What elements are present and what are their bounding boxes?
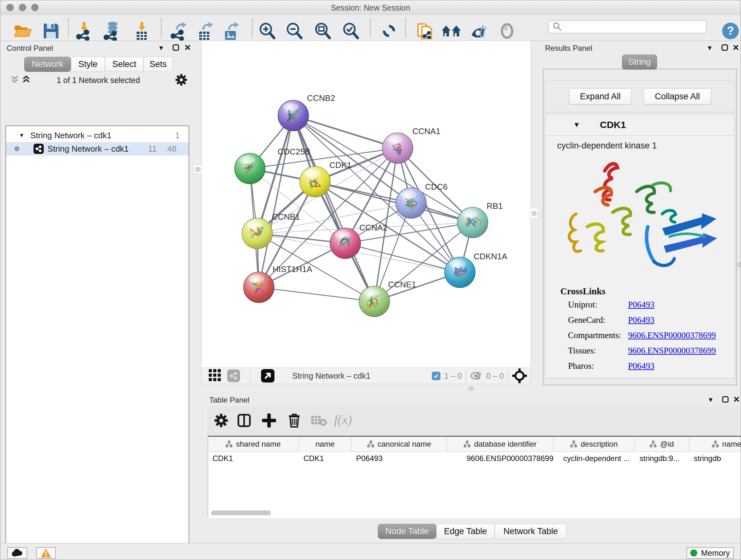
function-builder-button-disabled[interactable]: f(x) (334, 412, 352, 427)
results-panel-menu-icon[interactable]: ▼ (706, 44, 713, 52)
column-header[interactable]: database identifier (448, 437, 554, 451)
memory-status-icon (690, 550, 697, 557)
entry-header-row[interactable]: ▼ CDK1 (545, 114, 735, 136)
tab-select[interactable]: Select (105, 57, 144, 72)
horizontal-splitter-handle[interactable] (468, 387, 474, 391)
entry-collapse-icon[interactable]: ▼ (573, 121, 580, 129)
table-hscrollbar-thumb[interactable] (211, 510, 271, 515)
crosslink-value[interactable]: P06493 (628, 315, 735, 325)
refresh-button[interactable] (379, 20, 400, 42)
collapse-all-button[interactable]: Collapse All (643, 88, 711, 105)
selected-checkbox-icon[interactable] (432, 372, 441, 380)
zoom-in-button[interactable] (257, 20, 278, 42)
import-network-database-button[interactable] (102, 20, 123, 42)
table-panel-close-icon[interactable]: ✕ (733, 396, 740, 402)
network-edge[interactable] (315, 182, 473, 223)
network-edge[interactable] (259, 116, 293, 287)
zoom-out-button[interactable] (284, 20, 305, 42)
crosslink-label: GeneCard: (568, 315, 628, 325)
results-panel-close-icon[interactable]: ✕ (732, 44, 739, 51)
tab-node-table[interactable]: Node Table (378, 524, 436, 539)
network-node[interactable]: CDK1 (300, 160, 351, 197)
control-panel-close-icon[interactable]: ✕ (184, 44, 191, 51)
crosslink-label: Compartments: (568, 330, 628, 340)
table-panel-menu-icon[interactable]: ▼ (708, 396, 714, 403)
network-node[interactable]: HIST1H1A (244, 264, 313, 303)
zoom-fit-button[interactable] (312, 20, 333, 42)
table-row[interactable]: CDK1 CDK1 P06493 9606.ENSP00000378699 cy… (208, 452, 741, 465)
column-header[interactable]: namespace (689, 437, 741, 451)
column-header[interactable]: canonical name (352, 437, 448, 451)
show-columns-button[interactable] (237, 414, 251, 429)
columns-icon (237, 414, 251, 428)
import-network-file-button[interactable] (73, 20, 94, 42)
warning-triangle-icon (41, 548, 51, 558)
network-edge[interactable] (259, 287, 374, 301)
crosslink-value[interactable]: 9606.ENSP00000378699 (628, 346, 735, 356)
detach-view-button[interactable] (261, 369, 274, 382)
column-header[interactable]: shared name (208, 437, 299, 451)
export-network-button[interactable] (168, 20, 189, 42)
tab-string[interactable]: String (622, 55, 657, 70)
search-input[interactable] (562, 22, 706, 32)
crosslink-value[interactable]: 9606.ENSP00000378699 (628, 330, 735, 340)
table-panel-float-icon[interactable] (722, 396, 729, 402)
delete-column-button[interactable] (287, 413, 301, 429)
memory-button[interactable]: Memory (686, 547, 734, 559)
status-bar: Memory (0, 543, 741, 560)
canvas-results-splitter-handle[interactable] (529, 208, 538, 219)
tab-style[interactable]: Style (71, 57, 105, 72)
delete-table-button-disabled[interactable] (311, 415, 327, 428)
network-node[interactable]: CDC6 (396, 182, 448, 219)
export-table-button[interactable] (194, 20, 215, 42)
gray-eye-icon (498, 22, 516, 40)
results-panel-float-icon[interactable] (722, 44, 728, 51)
network-edge[interactable] (250, 148, 398, 169)
expand-all-button[interactable]: Expand All (569, 88, 631, 105)
tree-expand-icon[interactable]: ▼ (19, 132, 24, 139)
network-canvas[interactable]: CCNB2CCNA1CDC25BCDK1CDC6RB1CCNB1CCNA2CDK… (201, 41, 531, 368)
birds-eye-view-button[interactable] (441, 20, 462, 42)
column-header[interactable]: name (299, 437, 352, 451)
control-panel-menu-icon[interactable]: ▼ (158, 44, 164, 52)
crosslink-value[interactable]: P06493 (628, 361, 735, 371)
current-network-dot-icon (14, 146, 19, 151)
left-splitter-handle[interactable] (193, 165, 202, 174)
crosslink-value[interactable]: P06493 (628, 300, 735, 310)
network-row-selected[interactable]: String Network – cdk1 11 48 (6, 142, 189, 155)
crosshair-icon[interactable] (512, 368, 527, 383)
help-button[interactable]: ? (720, 20, 741, 42)
add-column-button[interactable] (262, 414, 276, 429)
network-node[interactable]: CDKN1A (445, 252, 508, 288)
open-session-button[interactable] (12, 20, 33, 42)
results-right-splitter-handle[interactable] (738, 262, 741, 267)
network-node[interactable]: CCNA1 (382, 126, 441, 164)
hide-edges-button[interactable] (468, 20, 488, 42)
column-header[interactable]: @id (635, 437, 689, 451)
network-options-button[interactable] (175, 74, 187, 87)
tab-edge-table[interactable]: Edge Table (436, 524, 495, 539)
grid-view-button[interactable] (208, 368, 221, 383)
tab-sets[interactable]: Sets (144, 57, 173, 72)
warnings-button[interactable] (36, 547, 56, 559)
network-collection-row[interactable]: ▼ String Network – cdk1 1 (6, 129, 189, 142)
zoom-selected-button[interactable] (340, 20, 361, 42)
highlight-button[interactable] (496, 20, 518, 42)
string-view-button[interactable] (227, 369, 240, 382)
tab-network-table[interactable]: Network Table (495, 524, 567, 539)
copy-network-button[interactable] (414, 20, 435, 42)
cloud-status-button[interactable] (7, 547, 27, 559)
tab-network[interactable]: Network (24, 57, 71, 72)
column-header[interactable]: description (554, 437, 635, 451)
export-image-button[interactable] (220, 20, 241, 42)
table-options-button[interactable] (214, 414, 228, 429)
network-node[interactable]: RB1 (457, 201, 503, 238)
question-mark-icon: ? (722, 22, 739, 40)
control-panel-float-icon[interactable] (173, 44, 179, 51)
node-label: CCNE1 (388, 280, 416, 289)
network-node[interactable]: CCNB1 (242, 212, 300, 249)
curved-arrow-icon (176, 22, 187, 30)
network-edge[interactable] (293, 116, 398, 148)
save-session-button[interactable] (41, 20, 62, 42)
import-table-button[interactable] (131, 20, 152, 42)
